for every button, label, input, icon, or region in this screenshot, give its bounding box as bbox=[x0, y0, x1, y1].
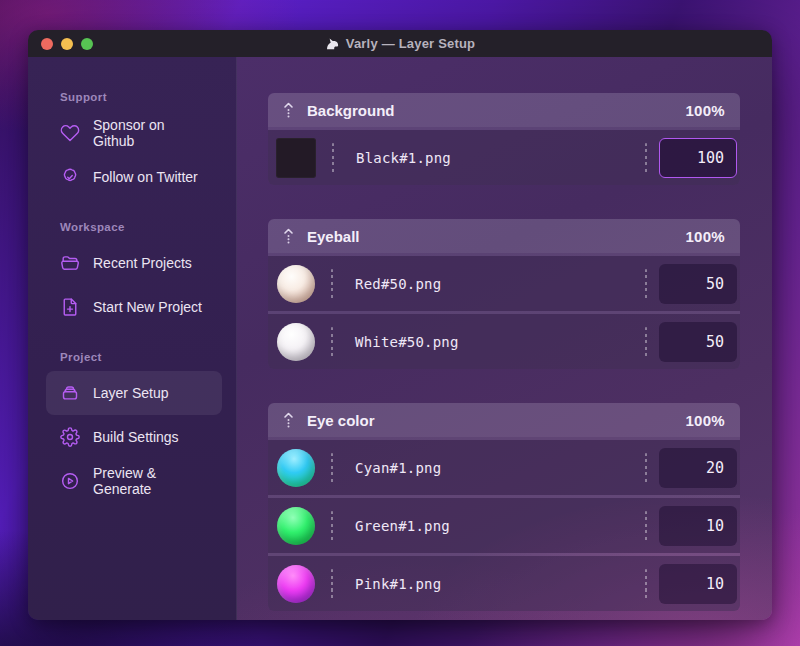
layer-filename: Red#50.png bbox=[355, 276, 441, 292]
group-weight: 100% bbox=[685, 102, 725, 119]
zoom-button[interactable] bbox=[81, 38, 93, 50]
dotted-divider bbox=[645, 569, 647, 599]
layer-weight-input[interactable] bbox=[659, 264, 737, 304]
layer-thumbnail bbox=[277, 323, 315, 361]
sidebar-item-follow-twitter[interactable]: Follow on Twitter bbox=[46, 155, 222, 199]
group-header: Eye color 100% bbox=[268, 403, 740, 437]
layer-thumbnail bbox=[277, 265, 315, 303]
layer-row: Red#50.png bbox=[268, 256, 740, 311]
folder-open-icon bbox=[60, 253, 80, 273]
sidebar-item-layer-setup[interactable]: Layer Setup bbox=[46, 371, 222, 415]
layer-weight-input[interactable] bbox=[659, 506, 737, 546]
sidebar-item-label: Build Settings bbox=[93, 429, 179, 445]
minimize-button[interactable] bbox=[61, 38, 73, 50]
titlebar[interactable]: Varly — Layer Setup bbox=[28, 30, 772, 57]
play-circle-icon bbox=[60, 471, 80, 491]
sidebar-item-recent-projects[interactable]: Recent Projects bbox=[46, 241, 222, 285]
layer-thumbnail bbox=[277, 565, 315, 603]
layer-thumbnail bbox=[276, 138, 316, 178]
layer-group-background: Background 100% Black#1.png bbox=[268, 93, 740, 185]
dotted-divider bbox=[332, 143, 334, 173]
sidebar-item-label: Layer Setup bbox=[93, 385, 169, 401]
layer-filename: Green#1.png bbox=[355, 518, 450, 534]
dotted-divider bbox=[331, 511, 333, 541]
group-name: Background bbox=[307, 102, 395, 119]
group-name: Eyeball bbox=[307, 228, 360, 245]
drag-handle-icon[interactable] bbox=[283, 227, 294, 246]
dotted-divider bbox=[331, 327, 333, 357]
sidebar-item-start-new-project[interactable]: Start New Project bbox=[46, 285, 222, 329]
layer-filename: Pink#1.png bbox=[355, 576, 441, 592]
layer-weight-input[interactable] bbox=[659, 138, 737, 178]
layer-weight-input[interactable] bbox=[659, 322, 737, 362]
unicorn-icon bbox=[325, 36, 340, 51]
group-weight: 100% bbox=[685, 412, 725, 429]
layer-row: Green#1.png bbox=[268, 498, 740, 553]
drag-handle-icon[interactable] bbox=[283, 101, 294, 120]
sidebar-section-project: Project bbox=[60, 351, 222, 363]
group-name: Eye color bbox=[307, 412, 375, 429]
layer-setup-panel: Background 100% Black#1.png bbox=[237, 57, 772, 620]
layer-row: Cyan#1.png bbox=[268, 440, 740, 495]
layer-filename: Cyan#1.png bbox=[355, 460, 441, 476]
layer-row: Black#1.png bbox=[268, 130, 740, 185]
layer-weight-input[interactable] bbox=[659, 564, 737, 604]
window-title: Varly — Layer Setup bbox=[325, 36, 476, 51]
dotted-divider bbox=[331, 569, 333, 599]
heart-icon bbox=[60, 123, 80, 143]
dotted-divider bbox=[331, 269, 333, 299]
sidebar-item-build-settings[interactable]: Build Settings bbox=[46, 415, 222, 459]
sidebar-section-support: Support bbox=[60, 91, 222, 103]
layer-thumbnail bbox=[277, 449, 315, 487]
dotted-divider bbox=[645, 327, 647, 357]
layer-row: White#50.png bbox=[268, 314, 740, 369]
sidebar-item-label: Sponsor on Github bbox=[93, 117, 208, 149]
group-header: Eyeball 100% bbox=[268, 219, 740, 253]
group-header: Background 100% bbox=[268, 93, 740, 127]
layer-weight-input[interactable] bbox=[659, 448, 737, 488]
layer-group-eye-color: Eye color 100% Cyan#1.png Green#1.png bbox=[268, 403, 740, 611]
layer-filename: Black#1.png bbox=[356, 150, 451, 166]
sidebar-section-workspace: Workspace bbox=[60, 221, 222, 233]
sidebar-item-label: Follow on Twitter bbox=[93, 169, 198, 185]
dotted-divider bbox=[331, 453, 333, 483]
sidebar-item-sponsor-github[interactable]: Sponsor on Github bbox=[46, 111, 222, 155]
sidebar-item-label: Start New Project bbox=[93, 299, 202, 315]
layer-row: Pink#1.png bbox=[268, 556, 740, 611]
layer-thumbnail bbox=[277, 507, 315, 545]
dotted-divider bbox=[645, 453, 647, 483]
gear-icon bbox=[60, 427, 80, 447]
layer-group-eyeball: Eyeball 100% Red#50.png White#50.png bbox=[268, 219, 740, 369]
dotted-divider bbox=[645, 511, 647, 541]
window-title-text: Varly — Layer Setup bbox=[346, 36, 476, 51]
badge-check-icon bbox=[60, 167, 80, 187]
dotted-divider bbox=[645, 269, 647, 299]
sidebar-item-label: Recent Projects bbox=[93, 255, 192, 271]
sidebar-item-label: Preview & Generate bbox=[93, 465, 208, 497]
sidebar-item-preview-generate[interactable]: Preview & Generate bbox=[46, 459, 222, 503]
traffic-lights bbox=[41, 30, 93, 57]
close-button[interactable] bbox=[41, 38, 53, 50]
layer-filename: White#50.png bbox=[355, 334, 459, 350]
app-window: Varly — Layer Setup Support Sponsor on G… bbox=[28, 30, 772, 620]
group-weight: 100% bbox=[685, 228, 725, 245]
dotted-divider bbox=[645, 143, 647, 173]
layers-box-icon bbox=[60, 383, 80, 403]
document-plus-icon bbox=[60, 297, 80, 317]
sidebar: Support Sponsor on Github Follow on Twit… bbox=[28, 57, 237, 620]
drag-handle-icon[interactable] bbox=[283, 411, 294, 430]
